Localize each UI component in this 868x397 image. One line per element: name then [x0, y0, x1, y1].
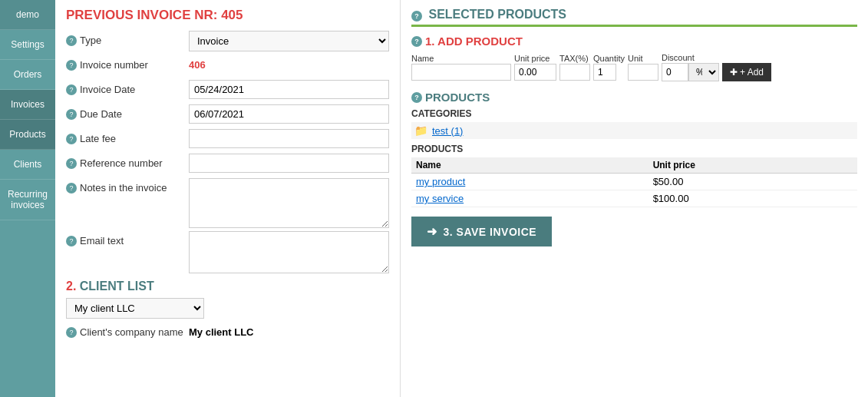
col-header-price: Unit price: [649, 157, 857, 174]
folder-icon: 📁: [414, 124, 427, 137]
tax-input[interactable]: [559, 64, 590, 81]
company-help-icon[interactable]: ?: [66, 327, 77, 338]
add-product-title: ? 1. ADD PRODUCT: [411, 35, 857, 48]
products-help-icon: ?: [411, 92, 422, 103]
email-text-label: ? Email text: [66, 231, 189, 246]
product-price-cell: $50.00: [649, 174, 857, 190]
table-row: my product$50.00: [411, 174, 857, 190]
discount-field-group: % $: [662, 63, 719, 81]
late-fee-input[interactable]: [189, 129, 389, 148]
notes-row: ? Notes in the invoice: [66, 178, 389, 228]
col-header-name: Name: [411, 157, 649, 174]
company-name-label: ? Client's company name: [66, 323, 189, 338]
discount-label: Discount: [662, 53, 719, 62]
due-date-input[interactable]: [189, 104, 389, 124]
invoice-number-row: ? Invoice number 406: [66, 55, 389, 77]
sidebar-item-label: Products: [9, 129, 45, 140]
category-link[interactable]: test (1): [432, 125, 463, 137]
notes-label: ? Notes in the invoice: [66, 178, 189, 194]
reference-number-input[interactable]: [189, 154, 389, 173]
sidebar-item-label: Invoices: [11, 99, 45, 110]
products-table: Name Unit price my product$50.00my servi…: [411, 157, 857, 207]
unit-price-label: Unit price: [514, 54, 556, 63]
sidebar-item-clients[interactable]: Clients: [0, 150, 55, 180]
table-row: my service$100.00: [411, 190, 857, 207]
invoice-date-row: ? Invoice Date: [66, 80, 389, 101]
email-help-icon[interactable]: ?: [66, 236, 77, 246]
selected-products-title: ? SELECTED PRODUCTS: [411, 8, 857, 22]
reference-number-row: ? Reference number: [66, 154, 389, 175]
add-product-button[interactable]: ✚ + Add: [722, 63, 771, 81]
product-name-link[interactable]: my service: [416, 193, 464, 204]
product-name-cell: my service: [411, 190, 649, 207]
add-product-help-icon: ?: [411, 36, 422, 47]
green-divider: [411, 25, 857, 27]
type-row: ? Type Invoice Quote Credit Note: [66, 31, 389, 52]
notes-help-icon[interactable]: ?: [66, 183, 77, 194]
type-select[interactable]: Invoice Quote Credit Note: [189, 31, 389, 51]
type-help-icon[interactable]: ?: [66, 35, 77, 46]
name-group: Name: [411, 54, 511, 81]
right-panel: ? SELECTED PRODUCTS ? 1. ADD PRODUCT Nam…: [401, 0, 868, 397]
company-name-value: My client LLC: [189, 323, 254, 338]
sidebar-item-label: Orders: [14, 69, 42, 80]
save-invoice-button[interactable]: ➜ 3. SAVE INVOICE: [411, 217, 552, 246]
unit-label: Unit: [628, 54, 658, 63]
category-item: 📁 test (1): [411, 122, 857, 139]
invoice-date-label: ? Invoice Date: [66, 80, 189, 95]
tax-group: TAX(%): [559, 54, 590, 81]
unit-price-group: Unit price: [514, 54, 556, 81]
quantity-input[interactable]: [593, 64, 616, 81]
invoice-date-input[interactable]: [189, 80, 389, 99]
add-button-label: + Add: [740, 67, 764, 78]
discount-input[interactable]: [662, 63, 688, 81]
page-title: PREVIOUS INVOICE NR: 405: [66, 8, 389, 23]
quantity-group: Quantity: [593, 54, 625, 81]
company-name-row: ? Client's company name My client LLC: [66, 323, 389, 344]
discount-group: Discount % $: [662, 53, 719, 81]
save-arrow-icon: ➜: [427, 224, 437, 239]
sidebar-item-orders[interactable]: Orders: [0, 60, 55, 90]
unit-price-input[interactable]: [514, 64, 556, 81]
quantity-label: Quantity: [593, 54, 625, 63]
products-section-title: ? PRODUCTS: [411, 91, 857, 104]
product-name-cell: my product: [411, 174, 649, 190]
main-content: PREVIOUS INVOICE NR: 405 ? Type Invoice …: [55, 0, 868, 397]
sidebar-item-products[interactable]: Products: [0, 120, 55, 150]
unit-input[interactable]: [628, 64, 658, 81]
late-fee-help-icon[interactable]: ?: [66, 134, 77, 144]
invoice-number-help-icon[interactable]: ?: [66, 60, 77, 71]
unit-group: Unit: [628, 54, 658, 81]
sidebar-item-label: Settings: [11, 39, 44, 50]
product-name-link[interactable]: my product: [416, 176, 465, 187]
sidebar-item-label: Clients: [14, 159, 42, 170]
page-title-prefix: PREVIOUS INVOICE NR:: [66, 8, 221, 22]
reference-number-label: ? Reference number: [66, 154, 189, 169]
email-text-textarea[interactable]: [189, 231, 389, 273]
late-fee-label: ? Late fee: [66, 129, 189, 144]
late-fee-row: ? Late fee: [66, 129, 389, 151]
notes-textarea[interactable]: [189, 178, 389, 228]
invoice-number-label: ? Invoice number: [66, 55, 189, 71]
discount-type-select[interactable]: % $: [688, 63, 719, 81]
invoice-number-value: 406: [189, 55, 206, 71]
reference-help-icon[interactable]: ?: [66, 158, 77, 169]
sidebar-item-label: Recurring invoices: [8, 189, 48, 210]
product-price-cell: $100.00: [649, 190, 857, 207]
due-date-help-icon[interactable]: ?: [66, 109, 77, 120]
invoice-date-help-icon[interactable]: ?: [66, 84, 77, 95]
add-product-form: Name Unit price TAX(%) Quantity Unit Dis…: [411, 52, 857, 81]
categories-label: CATEGORIES: [411, 108, 857, 119]
sidebar-item-settings[interactable]: Settings: [0, 30, 55, 60]
client-dropdown-row: My client LLC: [66, 298, 389, 319]
sidebar-item-invoices[interactable]: Invoices: [0, 90, 55, 120]
due-date-label: ? Due Date: [66, 104, 189, 120]
product-name-input[interactable]: [411, 64, 511, 81]
client-list-select[interactable]: My client LLC: [66, 298, 204, 319]
save-invoice-label: 3. SAVE INVOICE: [444, 226, 537, 238]
sidebar-item-demo[interactable]: demo: [0, 0, 55, 30]
type-label: ? Type: [66, 31, 189, 46]
page-title-number: 405: [221, 8, 243, 22]
sidebar-item-recurring[interactable]: Recurring invoices: [0, 180, 55, 220]
plus-icon: ✚: [730, 67, 738, 78]
